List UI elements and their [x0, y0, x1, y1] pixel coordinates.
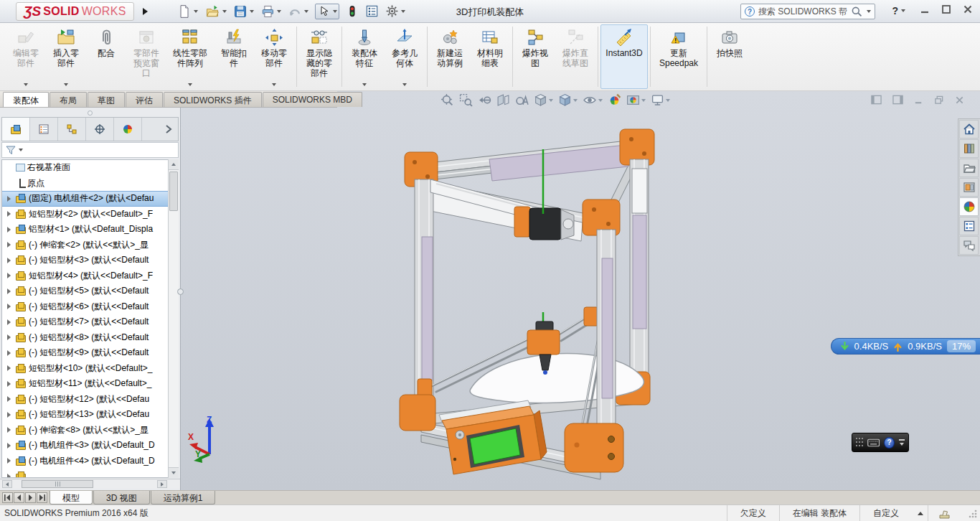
- home-tab-button[interactable]: [959, 120, 979, 139]
- tree-item-selected[interactable]: (固定) 电机组件<2> (默认<Defau: [2, 191, 178, 207]
- view-settings-button[interactable]: [651, 93, 670, 107]
- expand-arrow-icon[interactable]: [4, 211, 14, 217]
- expand-arrow-icon[interactable]: [4, 443, 14, 449]
- expand-arrow-icon[interactable]: [4, 412, 14, 418]
- viewport-close-icon[interactable]: [955, 95, 964, 105]
- keyboard-icon[interactable]: [867, 438, 880, 447]
- tab-model[interactable]: 模型: [50, 491, 93, 504]
- tab-evaluate[interactable]: 评估: [126, 92, 163, 107]
- tree-filter-bar[interactable]: [1, 142, 179, 158]
- tree-item[interactable]: 短铝型材<11> (默认<<Default>_: [2, 376, 178, 392]
- horizontal-scroll-thumb[interactable]: [22, 480, 93, 488]
- drag-grip-icon[interactable]: [856, 437, 863, 449]
- save-button[interactable]: [233, 4, 254, 19]
- insert-component-button[interactable]: 插入零 部件: [46, 24, 86, 89]
- tab-solidworks-addins[interactable]: SOLIDWORKS 插件: [164, 92, 262, 107]
- tab-sketch[interactable]: 草图: [88, 92, 125, 107]
- tree-item[interactable]: (-) 短铝型材<13> (默认<<Defau: [2, 407, 178, 423]
- vertical-scroll-thumb[interactable]: [169, 172, 178, 211]
- take-snapshot-button[interactable]: 拍快照: [710, 24, 750, 89]
- floating-capture-toolbar[interactable]: ?: [852, 433, 909, 452]
- expand-arrow-icon[interactable]: [4, 396, 14, 402]
- print-button[interactable]: [260, 4, 281, 19]
- view-annotations-button[interactable]: [515, 93, 529, 107]
- expand-arrow-icon[interactable]: [4, 350, 14, 356]
- tree-horizontal-scrollbar[interactable]: [0, 479, 180, 489]
- panel-tabs-expand[interactable]: [142, 118, 178, 141]
- rebuild-button[interactable]: [346, 4, 359, 19]
- instant3d-button[interactable]: Instant3D: [600, 24, 648, 89]
- tree-item[interactable]: 短铝型材<10> (默认<<Default>_: [2, 361, 178, 377]
- zoom-to-fit-button[interactable]: [440, 93, 454, 107]
- tab-dimxpertmanager[interactable]: [86, 118, 114, 141]
- tab-assembly[interactable]: 装配体: [3, 92, 49, 107]
- tree-item[interactable]: (-) 短铝型材<12> (默认<<Defau: [2, 392, 178, 408]
- new-motion-study-button[interactable]: 新建运 动算例: [430, 24, 470, 89]
- select-tool-button[interactable]: [315, 4, 339, 19]
- view-orientation-button[interactable]: [534, 93, 553, 107]
- assembly-features-button[interactable]: 装配体 特征: [344, 24, 385, 89]
- expand-arrow-icon[interactable]: [4, 458, 14, 464]
- tab-configurationmanager[interactable]: [58, 118, 86, 141]
- tree-item[interactable]: (-) 短铝型材<3> (默认<<Default: [2, 253, 178, 268]
- expand-arrow-icon[interactable]: [4, 381, 14, 387]
- network-speed-overlay[interactable]: 0.4KB/S 0.9KB/S 17%: [831, 338, 980, 355]
- tree-item[interactable]: (-) 短铝型材<6> (默认<<Default: [2, 299, 178, 315]
- linear-component-pattern-button[interactable]: 线性零部 件阵列: [166, 24, 214, 89]
- expand-arrow-icon[interactable]: [4, 365, 14, 371]
- search-dropdown-caret[interactable]: [867, 10, 871, 13]
- exploded-view-button[interactable]: 爆炸视 图: [515, 24, 555, 89]
- resize-grip-icon[interactable]: [968, 509, 977, 518]
- update-speedpak-button[interactable]: 更新 Speedpak: [653, 24, 705, 89]
- display-style-button[interactable]: [558, 93, 578, 107]
- capture-toolbar-controls[interactable]: [899, 439, 905, 446]
- explode-line-sketch-button[interactable]: 爆炸直 线草图: [555, 24, 595, 89]
- panel-splitter-handle[interactable]: [177, 288, 184, 295]
- move-component-button[interactable]: 移动零 部件: [254, 24, 294, 89]
- tree-item[interactable]: (-) 伸缩套<2> (默认<<默认>_显: [2, 238, 178, 253]
- open-document-button[interactable]: [204, 4, 227, 19]
- maximize-button[interactable]: [941, 4, 951, 14]
- prev-tab-button[interactable]: [14, 492, 24, 503]
- tree-item[interactable]: (-) 短铝型材<8> (默认<<Default: [2, 330, 178, 346]
- appearances-scenes-button[interactable]: [959, 197, 979, 216]
- capture-help-button[interactable]: ?: [884, 437, 895, 449]
- tree-item[interactable]: (-) 伸缩套<8> (默认<<默认>_显: [2, 423, 178, 438]
- expand-arrow-icon[interactable]: [4, 427, 14, 433]
- tree-item[interactable]: 铝型材<1> (默认<Default_Displa: [2, 222, 178, 238]
- last-tab-button[interactable]: [37, 492, 47, 503]
- tree-item[interactable]: 短铝型材<2> (默认<<Default>_F: [2, 207, 178, 222]
- scroll-left-button[interactable]: [2, 480, 12, 488]
- view-palette-button[interactable]: [959, 178, 979, 197]
- help-menu-button[interactable]: ?: [892, 5, 905, 17]
- tree-item[interactable]: (-) 短铝型材<7> (默认<<Default: [2, 314, 178, 330]
- expand-arrow-icon[interactable]: [4, 319, 14, 325]
- file-explorer-button[interactable]: [959, 159, 979, 177]
- tab-featuremanager-tree[interactable]: [2, 118, 30, 141]
- next-tab-button[interactable]: [25, 492, 36, 503]
- custom-properties-button[interactable]: [959, 217, 979, 235]
- scroll-right-button[interactable]: [157, 480, 167, 488]
- tab-3d-views[interactable]: 3D 视图: [93, 491, 150, 504]
- expand-arrow-icon[interactable]: [4, 227, 14, 233]
- expand-arrow-icon[interactable]: [4, 334, 14, 340]
- design-library-button[interactable]: [959, 139, 979, 158]
- expand-arrow-icon[interactable]: [4, 304, 14, 309]
- expand-arrow-icon[interactable]: [4, 273, 14, 278]
- status-tag-button[interactable]: [928, 505, 961, 521]
- apply-scene-button[interactable]: [626, 93, 646, 107]
- component-preview-window-button[interactable]: 零部件 预览窗 口: [126, 24, 166, 89]
- edit-component-button[interactable]: 编辑零 部件: [6, 24, 46, 89]
- show-hidden-components-button[interactable]: 显示隐 藏的零 部件: [299, 24, 339, 89]
- mate-button[interactable]: 配合: [86, 24, 126, 89]
- tab-propertymanager[interactable]: [30, 118, 58, 141]
- minimize-button[interactable]: [920, 4, 930, 14]
- panel-grab-handle[interactable]: [88, 111, 93, 116]
- edit-appearance-button[interactable]: [608, 93, 621, 107]
- collapse-panel-right-icon[interactable]: [892, 95, 903, 105]
- filter-dropdown-caret[interactable]: [19, 149, 23, 151]
- help-search-box[interactable]: ? 搜索 SOLIDWORKS 帮助: [740, 4, 875, 19]
- menu-flyout-arrow-icon[interactable]: [140, 4, 151, 19]
- expand-arrow-icon[interactable]: [4, 474, 14, 478]
- viewport-minimize-icon[interactable]: [914, 95, 923, 105]
